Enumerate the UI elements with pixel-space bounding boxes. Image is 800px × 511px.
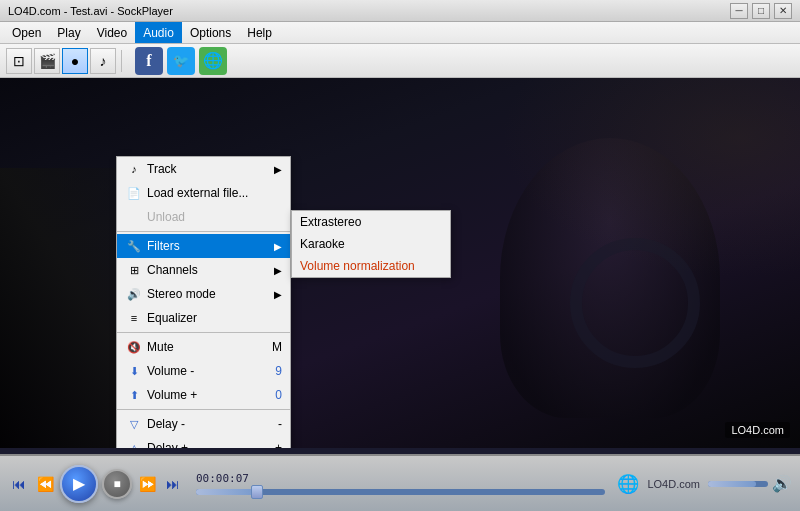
delay-down-label: Delay - — [147, 417, 262, 431]
vol-up-icon: ⬆ — [125, 387, 143, 403]
menu-help[interactable]: Help — [239, 22, 280, 43]
unload-icon — [125, 209, 143, 225]
separator-2 — [117, 332, 290, 333]
vol-down-icon: ⬇ — [125, 363, 143, 379]
extrastereo-label: Extrastereo — [300, 215, 442, 229]
progress-fill — [196, 489, 257, 495]
filters-icon: 🔧 — [125, 238, 143, 254]
maximize-button[interactable]: □ — [752, 3, 770, 19]
menu-video[interactable]: Video — [89, 22, 135, 43]
delay-down-icon: ▽ — [125, 416, 143, 432]
menu-item-filters[interactable]: 🔧 Filters ▶ — [117, 234, 290, 258]
menu-item-delay-up[interactable]: △ Delay + + — [117, 436, 290, 448]
vol-norm-label: Volume normalization — [300, 259, 442, 273]
delay-up-shortcut: + — [275, 441, 282, 448]
menu-options[interactable]: Options — [182, 22, 239, 43]
volume-track[interactable] — [708, 481, 768, 487]
forward-end-button[interactable]: ⏭ — [162, 473, 184, 495]
filters-label: Filters — [147, 239, 274, 253]
forward-button[interactable]: ⏩ — [136, 473, 158, 495]
track-arrow: ▶ — [274, 164, 282, 175]
menu-item-load-external[interactable]: 📄 Load external file... — [117, 181, 290, 205]
minimize-button[interactable]: ─ — [730, 3, 748, 19]
player-bar: ⏮ ⏪ ▶ ■ ⏩ ⏭ 00:00:07 🌐 LO4D.com 🔊 — [0, 454, 800, 511]
menu-item-mute[interactable]: 🔇 Mute M — [117, 335, 290, 359]
toolbar-btn-3[interactable]: ● — [62, 48, 88, 74]
stereo-arrow: ▶ — [274, 289, 282, 300]
logo-watermark: LO4D.com — [725, 422, 790, 438]
lo4d-brand: LO4D.com — [647, 478, 700, 490]
time-display: 00:00:07 — [196, 472, 605, 485]
filters-submenu: Extrastereo Karaoke Volume normalization — [291, 210, 451, 278]
rewind-start-button[interactable]: ⏮ — [8, 473, 30, 495]
menu-item-unload: Unload — [117, 205, 290, 229]
menu-item-delay-down[interactable]: ▽ Delay - - — [117, 412, 290, 436]
vol-up-shortcut: 0 — [275, 388, 282, 402]
menu-item-channels[interactable]: ⊞ Channels ▶ — [117, 258, 290, 282]
volume-fill — [708, 481, 756, 487]
channels-label: Channels — [147, 263, 274, 277]
facebook-icon[interactable]: f — [135, 47, 163, 75]
ambient-light — [500, 78, 800, 278]
audio-dropdown: ♪ Track ▶ 📄 Load external file... Unload… — [116, 156, 291, 448]
mute-icon: 🔇 — [125, 339, 143, 355]
submenu-item-extrastereo[interactable]: Extrastereo — [292, 211, 450, 233]
progress-thumb[interactable] — [251, 485, 263, 499]
toolbar-btn-1[interactable]: ⊡ — [6, 48, 32, 74]
close-button[interactable]: ✕ — [774, 3, 792, 19]
video-area: ♪ Track ▶ 📄 Load external file... Unload… — [0, 78, 800, 448]
karaoke-label: Karaoke — [300, 237, 442, 251]
window-controls: ─ □ ✕ — [730, 3, 792, 19]
title-bar: LO4D.com - Test.avi - SockPlayer ─ □ ✕ — [0, 0, 800, 22]
vol-down-shortcut: 9 — [275, 364, 282, 378]
stereo-icon: 🔊 — [125, 286, 143, 302]
progress-area: 00:00:07 — [196, 472, 605, 495]
delay-up-label: Delay + — [147, 441, 259, 448]
submenu-item-karaoke[interactable]: Karaoke — [292, 233, 450, 255]
vol-down-label: Volume - — [147, 364, 259, 378]
channels-icon: ⊞ — [125, 262, 143, 278]
twitter-icon[interactable]: 🐦 — [167, 47, 195, 75]
menu-open[interactable]: Open — [4, 22, 49, 43]
submenu-item-volume-normalization[interactable]: Volume normalization — [292, 255, 450, 277]
window-title: LO4D.com - Test.avi - SockPlayer — [8, 5, 173, 17]
separator-1 — [117, 231, 290, 232]
filters-arrow: ▶ — [274, 241, 282, 252]
toolbar: ⊡ 🎬 ● ♪ f 🐦 🌐 — [0, 44, 800, 78]
menu-item-volume-down[interactable]: ⬇ Volume - 9 — [117, 359, 290, 383]
stop-icon: ■ — [113, 477, 120, 491]
globe-icon: 🌐 — [617, 473, 639, 495]
separator-3 — [117, 409, 290, 410]
menu-item-track[interactable]: ♪ Track ▶ — [117, 157, 290, 181]
play-button[interactable]: ▶ — [60, 465, 98, 503]
toolbar-btn-2[interactable]: 🎬 — [34, 48, 60, 74]
toolbar-btn-4[interactable]: ♪ — [90, 48, 116, 74]
load-icon: 📄 — [125, 185, 143, 201]
play-icon: ▶ — [73, 474, 85, 493]
progress-track[interactable] — [196, 489, 605, 495]
toolbar-separator — [121, 50, 122, 72]
social-icons: f 🐦 🌐 — [135, 47, 227, 75]
menu-audio[interactable]: Audio — [135, 22, 182, 43]
track-icon: ♪ — [125, 161, 143, 177]
track-label: Track — [147, 162, 274, 176]
load-label: Load external file... — [147, 186, 282, 200]
volume-icon[interactable]: 🔊 — [772, 474, 792, 493]
delay-up-icon: △ — [125, 440, 143, 448]
mute-shortcut: M — [272, 340, 282, 354]
eq-label: Equalizer — [147, 311, 282, 325]
stereo-label: Stereo mode — [147, 287, 274, 301]
web-icon[interactable]: 🌐 — [199, 47, 227, 75]
vol-up-label: Volume + — [147, 388, 259, 402]
menu-item-stereo-mode[interactable]: 🔊 Stereo mode ▶ — [117, 282, 290, 306]
stop-button[interactable]: ■ — [102, 469, 132, 499]
unload-label: Unload — [147, 210, 282, 224]
audio-menu: ♪ Track ▶ 📄 Load external file... Unload… — [116, 156, 291, 448]
rewind-button[interactable]: ⏪ — [34, 473, 56, 495]
menu-bar: Open Play Video Audio Options Help — [0, 22, 800, 44]
mute-label: Mute — [147, 340, 256, 354]
channels-arrow: ▶ — [274, 265, 282, 276]
menu-item-volume-up[interactable]: ⬆ Volume + 0 — [117, 383, 290, 407]
menu-play[interactable]: Play — [49, 22, 88, 43]
menu-item-equalizer[interactable]: ≡ Equalizer — [117, 306, 290, 330]
